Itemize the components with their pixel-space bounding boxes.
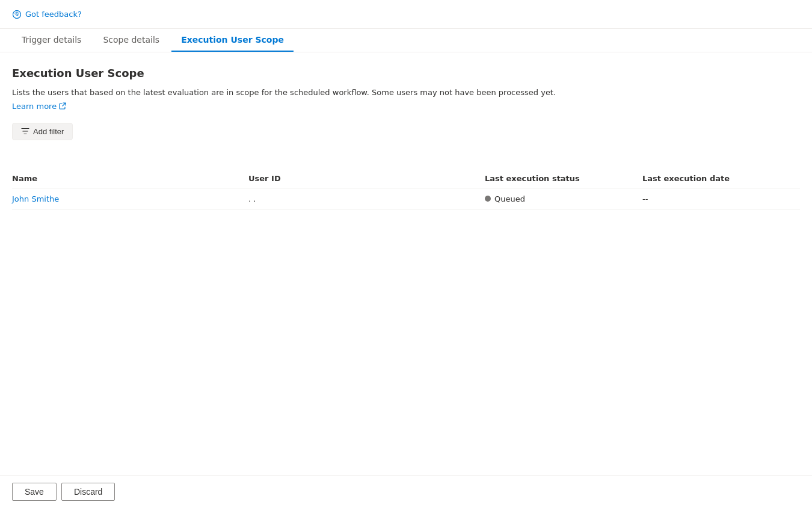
tabs-bar: Trigger details Scope details Execution … (0, 29, 812, 52)
main-content: Execution User Scope Lists the users tha… (0, 52, 812, 475)
feedback-icon (12, 10, 22, 19)
user-name-link[interactable]: John Smithe (12, 194, 59, 203)
cell-name: John Smithe (12, 188, 248, 209)
table-header-row: Name User ID Last execution status Last … (12, 169, 800, 188)
feedback-label: Got feedback? (25, 10, 82, 19)
status-label: Queued (494, 194, 525, 203)
feedback-link[interactable]: Got feedback? (12, 10, 82, 19)
learn-more-label: Learn more (12, 102, 57, 111)
top-bar: Got feedback? (0, 0, 812, 29)
discard-button[interactable]: Discard (61, 483, 115, 501)
tab-scope-details[interactable]: Scope details (93, 29, 169, 52)
add-filter-button[interactable]: Add filter (12, 123, 73, 140)
save-button[interactable]: Save (12, 483, 57, 501)
cell-date: -- (642, 188, 800, 209)
filter-icon (21, 127, 29, 135)
col-header-date: Last execution date (642, 169, 800, 188)
cell-user-id: . . (248, 188, 485, 209)
cell-status: Queued (485, 188, 642, 209)
col-header-status: Last execution status (485, 169, 642, 188)
status-dot (485, 196, 491, 202)
col-header-name: Name (12, 169, 248, 188)
footer-bar: Save Discard (0, 475, 812, 508)
tab-execution-user-scope[interactable]: Execution User Scope (171, 29, 294, 52)
description-text: Lists the users that based on the latest… (12, 87, 800, 99)
external-link-icon (59, 102, 66, 110)
learn-more-link[interactable]: Learn more (12, 102, 66, 111)
data-table: Name User ID Last execution status Last … (12, 169, 800, 210)
page-title: Execution User Scope (12, 67, 800, 79)
add-filter-label: Add filter (33, 127, 64, 136)
tab-trigger-details[interactable]: Trigger details (12, 29, 91, 52)
table-row: John Smithe. .Queued-- (12, 188, 800, 209)
col-header-user-id: User ID (248, 169, 485, 188)
